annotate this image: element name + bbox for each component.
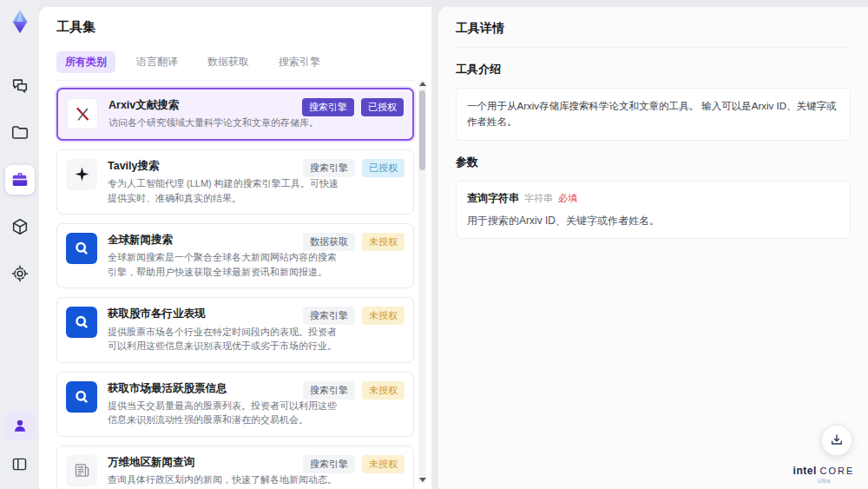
category-badge: 搜索引擎 — [303, 455, 355, 473]
auth-status-badge: 未授权 — [362, 455, 404, 473]
newspaper-icon — [66, 455, 97, 486]
globalnews-search-icon — [66, 233, 97, 264]
sidebar-nav — [5, 71, 35, 288]
download-button[interactable] — [821, 425, 852, 456]
params-heading: 参数 — [456, 155, 851, 170]
param-description: 用于搜索的Arxiv ID、关键字或作者姓名。 — [467, 214, 839, 228]
stocks-search-icon — [66, 307, 97, 338]
auth-status-badge: 未授权 — [362, 381, 404, 400]
scroll-down-arrow-icon[interactable] — [419, 478, 426, 482]
tools-panel: 工具集 所有类别 语言翻译 数据获取 搜索引擎 Arxiv文献搜索 访问各个研究… — [39, 7, 431, 489]
category-badge: 搜索引擎 — [303, 159, 355, 177]
toolbox-icon[interactable] — [5, 165, 35, 195]
tool-card[interactable]: 获取股市各行业表现 提供股票市场各个行业在特定时间段内的表现。投资者可以利用这些… — [56, 297, 414, 362]
param-box: 查询字符串 字符串 必填 用于搜索的Arxiv ID、关键字或作者姓名。 — [456, 181, 851, 239]
tool-detail-panel: 工具详情 工具介绍 一个用于从Arxiv存储库搜索科学论文和文章的工具。 输入可… — [438, 7, 868, 489]
param-required-flag: 必填 — [558, 192, 577, 205]
arxiv-logo-icon — [67, 98, 98, 129]
tool-card[interactable]: 全球新闻搜索 全球新闻搜索是一个聚合全球各大新闻网站内容的搜索引擎，帮助用户快速… — [56, 223, 414, 288]
tab-data-fetch[interactable]: 数据获取 — [199, 51, 258, 73]
tool-card[interactable]: Arxiv文献搜索 访问各个研究领域大量科学论文和文章的存储库。 搜索引擎 已授… — [56, 88, 414, 141]
download-icon — [829, 433, 845, 448]
param-name: 查询字符串 — [467, 191, 519, 206]
category-badge: 搜索引擎 — [302, 98, 354, 116]
tab-language-translation[interactable]: 语言翻译 — [128, 51, 187, 73]
intro-text: 一个用于从Arxiv存储库搜索科学论文和文章的工具。 输入可以是Arxiv ID… — [467, 98, 839, 130]
tool-description: 提供股票市场各个行业在特定时间段内的表现。投资者可以利用这些信息来识别表现优于或… — [108, 325, 344, 354]
tool-card[interactable]: Tavily搜索 专为人工智能代理 (LLM) 构建的搜索引擎工具。可快速提供实… — [56, 149, 414, 215]
category-badge: 数据获取 — [303, 233, 355, 251]
category-tabs: 所有类别 语言翻译 数据获取 搜索引擎 — [56, 51, 419, 81]
tool-description: 访问各个研究领域大量科学论文和文章的存储库。 — [108, 116, 345, 130]
detail-title: 工具详情 — [456, 21, 851, 48]
tool-description: 专为人工智能代理 (LLM) 构建的搜索引擎工具。可快速提供实时、准确和真实的结… — [108, 176, 344, 205]
intro-box: 一个用于从Arxiv存储库搜索科学论文和文章的工具。 输入可以是Arxiv ID… — [456, 88, 851, 141]
cube-icon[interactable] — [5, 212, 35, 241]
app-logo — [7, 9, 33, 35]
category-badge: 搜索引擎 — [303, 381, 355, 400]
scrollbar-thumb[interactable] — [419, 90, 425, 170]
tool-card[interactable]: 万维地区新闻查询 查询具体行政区划内的新闻，快速了解各地新闻动态。 搜索引擎 未… — [56, 446, 414, 489]
list-scrollbar[interactable] — [418, 80, 426, 484]
app-window: 工具集 所有类别 语言翻译 数据获取 搜索引擎 Arxiv文献搜索 访问各个研究… — [0, 0, 868, 489]
tool-description: 查询具体行政区划内的新闻，快速了解各地新闻动态。 — [108, 472, 344, 487]
tool-list: Arxiv文献搜索 访问各个研究领域大量科学论文和文章的存储库。 搜索引擎 已授… — [56, 88, 414, 489]
scroll-up-arrow-icon[interactable] — [419, 82, 426, 86]
panel-toggle-icon[interactable] — [5, 449, 35, 479]
tool-description: 全球新闻搜索是一个聚合全球各大新闻网站内容的搜索引擎，帮助用户快速获取全球最新资… — [108, 250, 344, 279]
auth-status-badge: 已授权 — [362, 159, 404, 177]
tavily-star-icon — [66, 159, 97, 190]
auth-status-badge: 未授权 — [362, 233, 404, 251]
left-sidebar — [0, 0, 39, 489]
sidebar-bottom — [5, 411, 35, 489]
tab-search-engine[interactable]: 搜索引擎 — [270, 51, 329, 73]
ultra-wordmark: Ultra — [790, 478, 858, 484]
auth-status-badge: 未授权 — [362, 307, 404, 325]
settings-icon[interactable] — [5, 259, 35, 288]
user-icon[interactable] — [5, 411, 35, 440]
intro-heading: 工具介绍 — [456, 62, 851, 77]
page-title: 工具集 — [56, 19, 431, 36]
intel-wordmark: intel — [793, 465, 817, 477]
param-type: 字符串 — [524, 192, 553, 205]
chat-icon[interactable] — [5, 71, 35, 101]
tab-all-categories[interactable]: 所有类别 — [56, 51, 115, 73]
stocks-search-icon — [66, 381, 97, 413]
tool-description: 提供当天交易量最高的股票列表。投资者可以利用这些信息来识别流动性强的股票和潜在的… — [108, 399, 344, 427]
intel-core-logo: intel CORE Ultra — [790, 465, 858, 484]
tool-card[interactable]: 获取市场最活跃股票信息 提供当天交易量最高的股票列表。投资者可以利用这些信息来识… — [56, 372, 414, 437]
folder-icon[interactable] — [5, 118, 35, 148]
auth-status-badge: 已授权 — [361, 98, 404, 116]
core-wordmark: CORE — [820, 466, 855, 476]
category-badge: 搜索引擎 — [303, 307, 355, 325]
